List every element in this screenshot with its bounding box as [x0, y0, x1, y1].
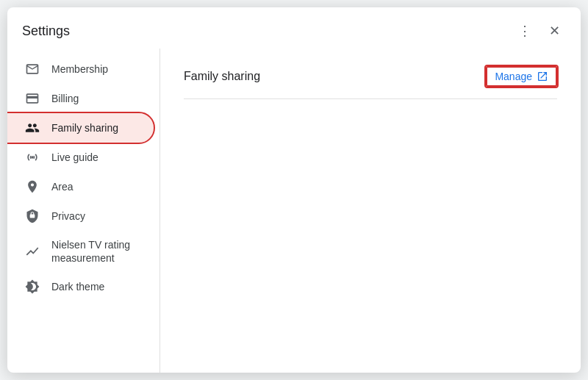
dialog-header: Settings ⋮ ✕	[7, 7, 581, 49]
external-link-icon	[537, 71, 548, 82]
sidebar-item-area[interactable]: Area	[7, 172, 154, 201]
sidebar-item-area-label: Area	[51, 180, 74, 193]
sidebar: Membership Billing Family sharing	[7, 49, 160, 373]
live-guide-icon	[25, 150, 40, 165]
dark-theme-icon	[25, 279, 40, 294]
sidebar-item-privacy[interactable]: Privacy	[7, 201, 154, 231]
dialog-body: Membership Billing Family sharing	[7, 49, 581, 373]
dialog-title: Settings	[22, 24, 70, 39]
sidebar-item-family-sharing-label: Family sharing	[51, 121, 118, 135]
privacy-icon	[25, 209, 40, 223]
area-icon	[25, 179, 40, 194]
nielsen-icon	[25, 244, 40, 259]
main-content: Family sharing Manage	[160, 49, 581, 373]
header-actions: ⋮ ✕	[513, 19, 566, 43]
sidebar-item-family-sharing[interactable]: Family sharing	[7, 113, 154, 143]
sidebar-item-nielsen-label: Nielsen TV rating measurement	[51, 238, 136, 265]
sidebar-item-dark-theme[interactable]: Dark theme	[7, 272, 154, 301]
family-sharing-section: Family sharing Manage	[184, 66, 557, 99]
close-button[interactable]: ✕	[542, 19, 566, 43]
sidebar-item-membership-label: Membership	[51, 62, 108, 76]
more-icon: ⋮	[518, 23, 531, 39]
sidebar-item-billing-label: Billing	[51, 92, 79, 105]
manage-button[interactable]: Manage	[486, 66, 557, 87]
sidebar-item-live-guide-label: Live guide	[51, 151, 98, 164]
settings-dialog: Settings ⋮ ✕ Membership	[7, 7, 581, 373]
section-title: Family sharing	[184, 70, 260, 83]
sidebar-item-dark-theme-label: Dark theme	[51, 280, 104, 293]
sidebar-item-live-guide[interactable]: Live guide	[7, 143, 154, 172]
manage-label: Manage	[495, 71, 532, 82]
svg-point-0	[31, 156, 33, 158]
billing-icon	[25, 91, 40, 106]
sidebar-item-privacy-label: Privacy	[51, 209, 85, 223]
sidebar-item-billing[interactable]: Billing	[7, 84, 154, 113]
more-button[interactable]: ⋮	[513, 19, 537, 43]
close-icon: ✕	[549, 23, 560, 39]
membership-icon	[25, 62, 40, 76]
sidebar-item-membership[interactable]: Membership	[7, 54, 154, 84]
sidebar-item-nielsen[interactable]: Nielsen TV rating measurement	[7, 231, 154, 272]
family-sharing-icon	[25, 121, 40, 135]
